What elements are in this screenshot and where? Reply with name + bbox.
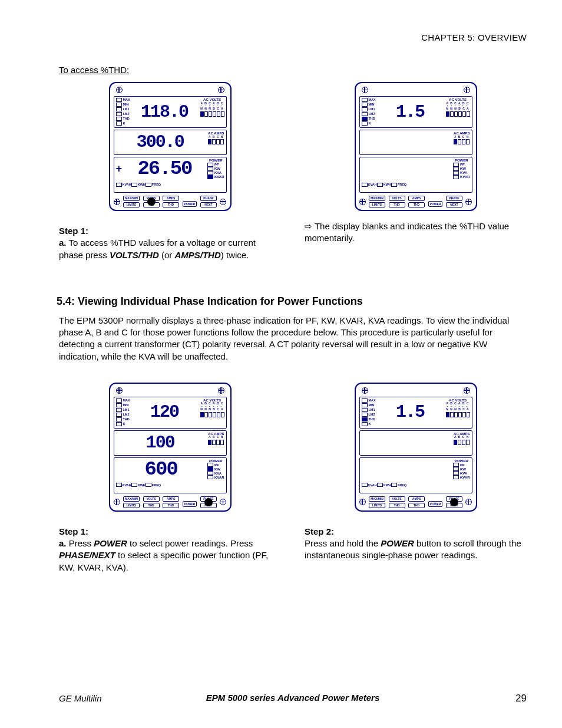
screw-icon [464,387,470,394]
phase-text-row: Step 1: a. Press POWER to select power r… [59,521,527,575]
screw-icon [359,199,366,205]
flag-kvah: KVAH [362,483,377,487]
thd-text-row: Step 1: a. To access %THD values for a v… [59,220,527,262]
power-ref: POWER [94,538,127,548]
footer-center: EPM 5000 series Advanced Power Meters [206,693,380,703]
phase-a-prefix: a. [59,538,67,548]
flag-kva: KVA [207,171,222,175]
button-maxmin: MAX/MINLIMITS [123,196,140,207]
flag-kva: KVA [453,471,467,475]
screw-icon [362,387,368,394]
flag-kvar: KVAR [453,475,470,479]
button-volts: VOLTSTHD [389,496,405,508]
thd-figure-row: MAXMINLM1LM2THDK118.0AC VOLTS A B C A B … [59,78,527,217]
flag-kva: KVA [453,171,467,175]
power-label: POWER [209,159,223,163]
t: (or [159,250,175,260]
t: to select power readings. Press [127,538,253,548]
button-volts: VOLTSTHD [389,196,405,207]
flag-min: MIN [116,103,130,107]
phase-figure-row: MAXMINLM1LM2THDK120AC VOLTS A B C A B C … [59,379,527,518]
thd-step1-label: Step 1: [59,225,281,237]
phase-next-ref: PHASE/NEXT [59,550,115,560]
abcn-label: A B C N [209,436,223,439]
flag-kvah: KVAH [362,183,377,187]
plus-icon: + [116,163,123,175]
button-volts: VOLTSTHD [143,496,160,508]
flag-max: MAX [362,398,376,403]
flag-kwh: KWH [131,483,146,487]
amps-readout [362,432,451,453]
page-footer: GE Multilin EPM 5000 series Advanced Pow… [59,693,527,704]
volts-readout: 1.5 [378,98,442,126]
volts-readout: 120 [133,398,197,426]
screw-icon [116,87,123,93]
flag-freq: FREQ [391,483,406,487]
bargraph-icon [446,412,470,417]
flag-min: MIN [116,403,130,407]
phase-step1-label: Step 1: [59,526,281,538]
flag-k: K [362,422,376,426]
button-volts: VOLTSTHD [143,196,160,207]
flag-thd: THD [362,417,376,421]
screw-icon [465,199,472,205]
arrow-icon: ⇨ [305,221,312,231]
button-amps: AMPSTHD [408,496,425,508]
flag-pf: PF [453,463,465,467]
bargraph-icon [208,440,224,445]
button-power: POWER [183,197,197,207]
bargraph-icon [208,139,224,144]
footer-page-number: 29 [515,693,527,704]
abcn-label: A B C N [454,136,469,139]
amps-readout: 100 [116,432,205,453]
flag-kw: KW [453,467,466,471]
flag-lm1: LM1 [362,408,376,412]
t: The display blanks and indicates the %TH… [305,221,509,243]
phase-step2-label: Step 2: [305,526,527,538]
button-phase: PHASENEXT [446,196,462,207]
flag-kwh: KWH [377,483,391,487]
thd-a-prefix: a. [59,238,67,248]
flag-pf: PF [453,163,465,167]
button-amps: AMPSTHD [163,496,179,508]
volts-thd-ref: VOLTS/THD [110,250,159,260]
meter-panel: MAXMINLM1LM2THDK120AC VOLTS A B C A B C … [109,383,232,512]
nnn-label: N N N B C A [446,107,469,111]
flag-lm2: LM2 [362,112,376,116]
screw-icon [465,499,472,505]
press-indicator-icon [204,498,213,506]
volts-readout: 118.0 [133,98,197,126]
power-readout: 600 [116,459,206,479]
press-indicator-icon [450,498,458,506]
screw-icon [218,87,224,93]
screw-icon [464,87,470,93]
flag-min: MIN [362,103,376,107]
flag-kw: KW [207,467,220,471]
meter-panel: MAXMINLM1LM2THDK1.5AC VOLTS A B C A B C … [355,383,477,512]
power-label: POWER [455,459,468,463]
flag-kvar: KVAR [453,175,470,179]
bargraph-icon [454,139,470,144]
amps-thd-ref: AMPS/THD [174,250,220,260]
phase-step2-text: Press and hold the POWER button to scrol… [305,538,527,562]
flag-kwh: KWH [377,183,391,187]
flag-thd: THD [116,417,130,421]
button-amps: AMPSTHD [408,196,425,207]
power-ref-2: POWER [381,538,414,548]
flag-thd: THD [116,117,130,121]
flag-min: MIN [362,403,376,407]
chapter-heading: CHAPTER 5: OVERVIEW [59,32,527,42]
flag-freq: FREQ [146,183,161,187]
flag-lm1: LM1 [362,107,376,111]
flag-freq: FREQ [391,183,406,187]
abcn-label: A B C N [454,436,469,439]
screw-icon [362,87,368,93]
section-5-4-body: The EPM 5300P normally displays a three-… [59,315,527,363]
meter-panel: MAXMINLM1LM2THDK118.0AC VOLTS A B C A B … [109,82,232,211]
button-maxmin: MAX/MINLIMITS [123,496,140,508]
meter-panel: MAXMINLM1LM2THDK1.5AC VOLTS A B C A B C … [355,82,477,211]
power-label: POWER [209,459,223,463]
nnn-label: N N N B C A [200,408,223,411]
screw-icon [218,387,224,394]
flag-kw: KW [453,167,466,171]
